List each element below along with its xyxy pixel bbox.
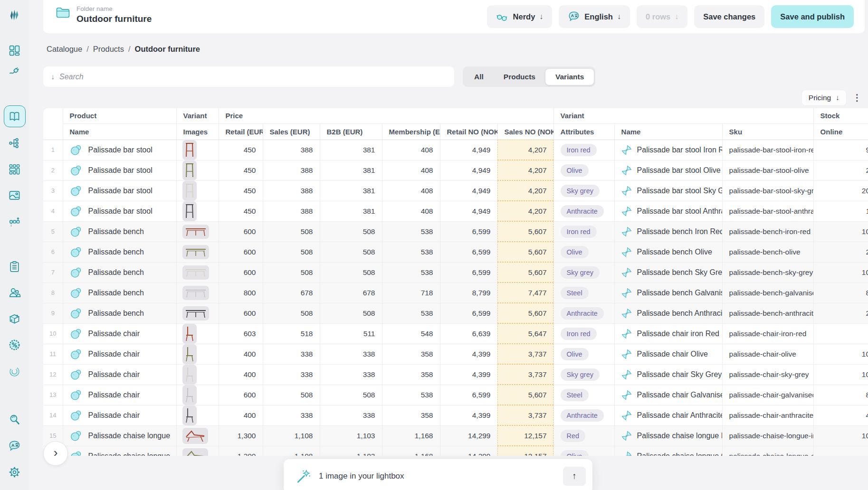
attributes-cell[interactable]: Anthracite bbox=[553, 405, 614, 425]
sales-nok-cell-highlighted[interactable]: 3,737 bbox=[497, 405, 553, 425]
column-header-retail-eur[interactable]: Retail (EUR) bbox=[219, 123, 263, 140]
variant-name-cell[interactable]: Palissade chair Galvanised bbox=[614, 385, 722, 405]
product-image-cell[interactable] bbox=[176, 364, 219, 385]
expand-panel-button[interactable]: › bbox=[43, 441, 68, 466]
retail-eur-cell[interactable]: 400 bbox=[219, 405, 263, 425]
online-stock-cell[interactable]: 4 bbox=[813, 405, 868, 425]
b2b-eur-cell[interactable]: 678 bbox=[320, 283, 382, 303]
sales-eur-cell[interactable]: 338 bbox=[263, 344, 320, 364]
sku-cell[interactable]: palissade-bench-olive bbox=[722, 242, 813, 262]
column-header-membership-eur[interactable]: Membership (EUR) bbox=[382, 123, 440, 140]
product-name-cell[interactable]: Palissade bar stool bbox=[63, 160, 176, 180]
online-stock-cell[interactable]: 10 bbox=[813, 344, 868, 364]
retail-eur-cell[interactable]: 600 bbox=[219, 262, 263, 283]
attribute-chip[interactable]: Red bbox=[561, 430, 586, 442]
tab-variants[interactable]: Variants bbox=[545, 69, 594, 85]
attribute-chip[interactable]: Steel bbox=[561, 389, 589, 401]
language-button[interactable]: A English ↓ bbox=[559, 5, 630, 28]
sales-nok-cell-highlighted[interactable]: 4,207 bbox=[497, 180, 553, 201]
product-image-cell[interactable] bbox=[176, 180, 219, 201]
product-name-cell[interactable]: Palissade bar stool bbox=[63, 140, 176, 160]
sku-cell[interactable]: palissade-bar-stool-sky-grey bbox=[722, 180, 813, 201]
product-image-cell[interactable] bbox=[176, 425, 219, 446]
sidebar-item-settings[interactable] bbox=[8, 465, 21, 479]
attribute-chip[interactable]: Olive bbox=[561, 246, 589, 258]
retail-eur-cell[interactable]: 603 bbox=[219, 323, 263, 344]
sku-cell[interactable]: palissade-bar-stool-olive bbox=[722, 160, 813, 180]
b2b-eur-cell[interactable]: 1,103 bbox=[320, 446, 382, 456]
b2b-eur-cell[interactable]: 381 bbox=[320, 180, 382, 201]
table-row[interactable]: 12 Palissade chair 400 338 338 358 4,399… bbox=[43, 364, 868, 385]
attribute-chip[interactable]: Iron red bbox=[561, 144, 597, 156]
rows-count-button[interactable]: 0 rows ↓ bbox=[637, 5, 687, 28]
sidebar-item-reports[interactable] bbox=[8, 365, 21, 378]
sales-nok-cell-highlighted[interactable]: 3,737 bbox=[497, 344, 553, 364]
sidebar-item-dashboard[interactable] bbox=[8, 44, 21, 57]
attributes-cell[interactable]: Sky grey bbox=[553, 180, 614, 201]
table-row[interactable]: 13 Palissade chair 600 508 508 538 6,599… bbox=[43, 385, 868, 405]
sku-cell[interactable]: palissade-bench-sky-grey bbox=[722, 262, 813, 283]
sku-cell[interactable]: palissade-chaise-longue-iron-red bbox=[722, 425, 813, 446]
attributes-cell[interactable]: Anthracite bbox=[553, 201, 614, 221]
sidebar-item-tasks[interactable] bbox=[8, 260, 21, 273]
sidebar-item-hierarchy[interactable] bbox=[8, 136, 21, 150]
column-header-sku[interactable]: Sku bbox=[722, 123, 813, 140]
b2b-eur-cell[interactable]: 508 bbox=[320, 262, 382, 283]
sales-eur-cell[interactable]: 678 bbox=[263, 283, 320, 303]
variant-name-cell[interactable]: Palissade chair iron Red bbox=[614, 323, 722, 344]
b2b-eur-cell[interactable]: 508 bbox=[320, 303, 382, 323]
product-image-cell[interactable] bbox=[176, 140, 219, 160]
sales-nok-cell-highlighted[interactable]: 3,737 bbox=[497, 364, 553, 385]
variant-name-cell[interactable]: Palissade bar stool Iron Red bbox=[614, 140, 722, 160]
table-row[interactable]: 10 Palissade chair 603 518 511 548 6,639… bbox=[43, 323, 868, 344]
sales-eur-cell[interactable]: 388 bbox=[263, 201, 320, 221]
sku-cell[interactable]: palissade-chair-galvanised bbox=[722, 385, 813, 405]
sales-eur-cell[interactable]: 1,108 bbox=[263, 446, 320, 456]
sales-nok-cell-highlighted[interactable]: 4,207 bbox=[497, 201, 553, 221]
attribute-chip[interactable]: Sky grey bbox=[561, 185, 600, 197]
membership-eur-cell[interactable]: 1,168 bbox=[382, 425, 440, 446]
sales-eur-cell[interactable]: 508 bbox=[263, 385, 320, 405]
retail-nok-cell[interactable]: 6,599 bbox=[440, 385, 497, 405]
membership-eur-cell[interactable]: 358 bbox=[382, 405, 440, 425]
retail-nok-cell[interactable]: 4,949 bbox=[440, 201, 497, 221]
retail-nok-cell[interactable]: 6,599 bbox=[440, 242, 497, 262]
sales-eur-cell[interactable]: 508 bbox=[263, 242, 320, 262]
retail-eur-cell[interactable]: 450 bbox=[219, 140, 263, 160]
retail-eur-cell[interactable]: 400 bbox=[219, 364, 263, 385]
attributes-cell[interactable]: Steel bbox=[553, 283, 614, 303]
product-name-cell[interactable]: Palissade chair bbox=[63, 364, 176, 385]
sidebar-item-workflow[interactable] bbox=[8, 215, 21, 228]
attribute-chip[interactable]: Iron red bbox=[561, 328, 597, 340]
membership-eur-cell[interactable]: 408 bbox=[382, 160, 440, 180]
sidebar-item-integrations[interactable] bbox=[8, 65, 21, 78]
online-stock-cell[interactable]: 1 bbox=[813, 201, 868, 221]
table-row[interactable]: 16 Palissade chaise longue 1,300 1,108 1… bbox=[43, 446, 868, 456]
retail-nok-cell[interactable]: 14,299 bbox=[440, 446, 497, 456]
product-image-cell[interactable] bbox=[176, 262, 219, 283]
sales-eur-cell[interactable]: 388 bbox=[263, 160, 320, 180]
membership-eur-cell[interactable]: 538 bbox=[382, 221, 440, 242]
membership-eur-cell[interactable]: 538 bbox=[382, 262, 440, 283]
product-name-cell[interactable]: Palissade bench bbox=[63, 262, 176, 283]
attribute-chip[interactable]: Anthracite bbox=[561, 205, 604, 217]
attribute-chip[interactable]: Olive bbox=[561, 450, 589, 456]
retail-eur-cell[interactable]: 800 bbox=[219, 283, 263, 303]
attributes-cell[interactable]: Olive bbox=[553, 344, 614, 364]
table-row[interactable]: 15 Palissade chaise longue 1,300 1,108 1… bbox=[43, 425, 868, 446]
product-name-cell[interactable]: Palissade bench bbox=[63, 221, 176, 242]
tab-all[interactable]: All bbox=[464, 69, 494, 85]
sku-cell[interactable]: palissade-bench-iron-red bbox=[722, 221, 813, 242]
b2b-eur-cell[interactable]: 508 bbox=[320, 385, 382, 405]
retail-eur-cell[interactable]: 450 bbox=[219, 160, 263, 180]
pricing-sort-button[interactable]: Pricing ↓ bbox=[802, 90, 846, 105]
sales-nok-cell-highlighted[interactable]: 5,607 bbox=[497, 385, 553, 405]
variant-name-cell[interactable]: Palissade bench Olive bbox=[614, 242, 722, 262]
attributes-cell[interactable]: Iron red bbox=[553, 221, 614, 242]
sidebar-item-discounts[interactable] bbox=[8, 338, 21, 351]
retail-nok-cell[interactable]: 6,599 bbox=[440, 303, 497, 323]
variant-name-cell[interactable]: Palissade bar stool Olive bbox=[614, 160, 722, 180]
variant-name-cell[interactable]: Palissade bar stool Anthracite bbox=[614, 201, 722, 221]
variant-name-cell[interactable]: Palissade chaise longue Iron Red bbox=[614, 425, 722, 446]
attribute-chip[interactable]: Steel bbox=[561, 287, 589, 299]
